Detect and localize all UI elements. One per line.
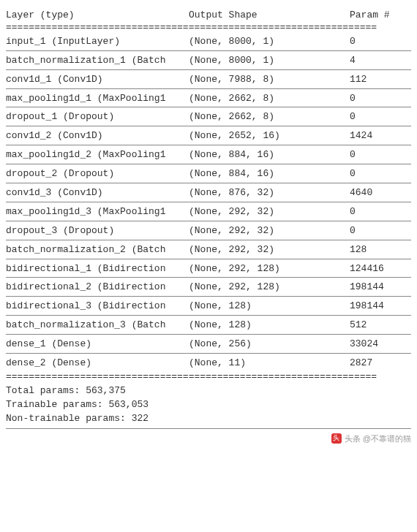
watermark: 头条 @不靠谱的猫 [6, 429, 411, 444]
cell-param: 0 [350, 149, 411, 162]
toutiao-icon [331, 433, 342, 444]
table-row: batch_normalization_1 (Batch(None, 8000,… [6, 51, 411, 70]
table-row: conv1d_2 (Conv1D)(None, 2652, 16)1424 [6, 126, 411, 145]
cell-layer: batch_normalization_1 (Batch [6, 55, 189, 67]
cell-layer: max_pooling1d_2 (MaxPooling1 [6, 149, 189, 162]
watermark-text: 头条 @不靠谱的猫 [345, 433, 411, 444]
summary-trainable: Trainable params: 563,053 [6, 398, 411, 412]
cell-layer: bidirectional_3 (Bidirection [6, 300, 189, 313]
cell-param: 198144 [350, 300, 411, 313]
cell-param: 512 [350, 319, 411, 332]
table-row: bidirectional_3 (Bidirection(None, 128)1… [6, 297, 411, 316]
cell-param: 128 [350, 244, 411, 256]
cell-layer: input_1 (InputLayer) [6, 36, 189, 48]
cell-shape: (None, 7988, 8) [189, 74, 350, 86]
divider-double-bottom: ========================================… [6, 372, 411, 381]
cell-layer: dropout_2 (Dropout) [6, 168, 189, 180]
cell-layer: batch_normalization_2 (Batch [6, 244, 189, 256]
cell-param: 0 [350, 225, 411, 238]
table-row: dropout_3 (Dropout)(None, 292, 32)0 [6, 221, 411, 240]
cell-layer: max_pooling1d_3 (MaxPooling1 [6, 206, 189, 218]
cell-shape: (None, 876, 32) [189, 187, 350, 200]
summary-nontrainable: Non-trainable params: 322 [6, 412, 411, 426]
cell-layer: dense_2 (Dense) [6, 357, 189, 370]
cell-param: 33024 [350, 338, 411, 351]
cell-param: 1424 [350, 130, 411, 142]
cell-param: 4640 [350, 187, 411, 200]
cell-shape: (None, 256) [189, 338, 350, 351]
cell-param: 0 [350, 111, 411, 123]
table-row: max_pooling1d_2 (MaxPooling1(None, 884, … [6, 145, 411, 164]
table-row: conv1d_3 (Conv1D)(None, 876, 32)4640 [6, 183, 411, 202]
table-body: input_1 (InputLayer)(None, 8000, 1)0batc… [6, 32, 411, 372]
header-shape: Output Shape [189, 10, 350, 22]
table-row: dropout_2 (Dropout)(None, 884, 16)0 [6, 164, 411, 183]
table-row: bidirectional_1 (Bidirection(None, 292, … [6, 259, 411, 278]
cell-layer: max_pooling1d_1 (MaxPooling1 [6, 93, 189, 105]
summary-total: Total params: 563,375 [6, 384, 411, 398]
table-row: batch_normalization_3 (Batch(None, 128)5… [6, 316, 411, 335]
table-row: input_1 (InputLayer)(None, 8000, 1)0 [6, 32, 411, 51]
cell-shape: (None, 292, 128) [189, 263, 350, 276]
cell-param: 2827 [350, 357, 411, 370]
cell-layer: batch_normalization_3 (Batch [6, 319, 189, 332]
cell-shape: (None, 292, 32) [189, 225, 350, 238]
summary-block: Total params: 563,375 Trainable params: … [6, 381, 411, 429]
cell-param: 0 [350, 36, 411, 48]
table-row: batch_normalization_2 (Batch(None, 292, … [6, 240, 411, 259]
cell-layer: dense_1 (Dense) [6, 338, 189, 351]
cell-shape: (None, 128) [189, 319, 350, 332]
cell-param: 112 [350, 74, 411, 86]
cell-shape: (None, 292, 128) [189, 281, 350, 294]
cell-param: 4 [350, 55, 411, 67]
cell-shape: (None, 884, 16) [189, 149, 350, 162]
table-row: max_pooling1d_1 (MaxPooling1(None, 2662,… [6, 89, 411, 108]
cell-param: 198144 [350, 281, 411, 294]
table-row: dense_1 (Dense)(None, 256)33024 [6, 335, 411, 354]
cell-shape: (None, 8000, 1) [189, 55, 350, 67]
cell-layer: bidirectional_2 (Bidirection [6, 281, 189, 294]
cell-shape: (None, 128) [189, 300, 350, 313]
cell-layer: dropout_3 (Dropout) [6, 225, 189, 238]
table-row: dense_2 (Dense)(None, 11)2827 [6, 354, 411, 372]
model-summary-table: Layer (type) Output Shape Param # ======… [6, 6, 411, 429]
cell-layer: dropout_1 (Dropout) [6, 111, 189, 123]
header-param: Param # [350, 10, 411, 22]
cell-shape: (None, 2652, 16) [189, 130, 350, 142]
cell-layer: bidirectional_1 (Bidirection [6, 263, 189, 276]
cell-param: 0 [350, 206, 411, 218]
cell-shape: (None, 884, 16) [189, 168, 350, 180]
cell-shape: (None, 292, 32) [189, 206, 350, 218]
header-layer: Layer (type) [6, 10, 189, 22]
cell-layer: conv1d_3 (Conv1D) [6, 187, 189, 200]
cell-shape: (None, 2662, 8) [189, 111, 350, 123]
cell-layer: conv1d_2 (Conv1D) [6, 130, 189, 142]
table-row: bidirectional_2 (Bidirection(None, 292, … [6, 278, 411, 297]
table-header: Layer (type) Output Shape Param # [6, 6, 411, 23]
cell-param: 0 [350, 168, 411, 180]
cell-param: 124416 [350, 263, 411, 276]
cell-shape: (None, 11) [189, 357, 350, 370]
cell-layer: conv1d_1 (Conv1D) [6, 74, 189, 86]
table-row: max_pooling1d_3 (MaxPooling1(None, 292, … [6, 202, 411, 221]
cell-shape: (None, 292, 32) [189, 244, 350, 256]
cell-param: 0 [350, 93, 411, 105]
table-row: dropout_1 (Dropout)(None, 2662, 8)0 [6, 107, 411, 126]
divider-double-top: ========================================… [6, 23, 411, 32]
table-row: conv1d_1 (Conv1D)(None, 7988, 8)112 [6, 70, 411, 89]
cell-shape: (None, 2662, 8) [189, 93, 350, 105]
cell-shape: (None, 8000, 1) [189, 36, 350, 48]
